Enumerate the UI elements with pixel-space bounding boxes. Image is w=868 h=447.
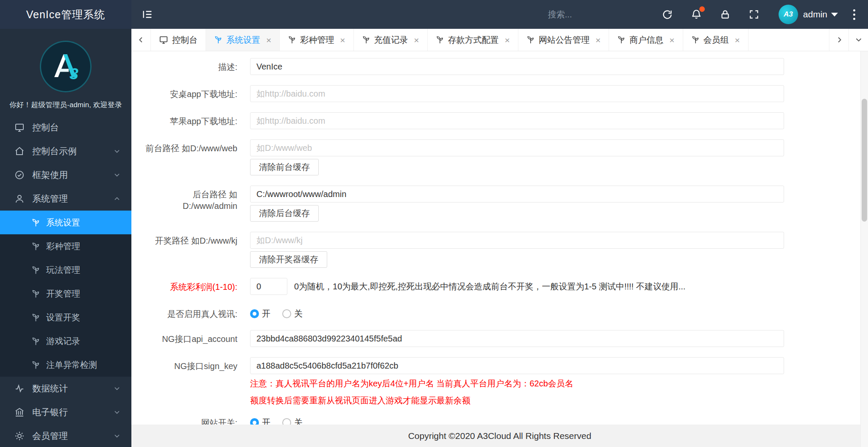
caret-down-icon[interactable] [831, 13, 838, 17]
chevron-down-icon [113, 171, 121, 179]
sidebar-item-system[interactable]: 系统管理 [0, 187, 131, 211]
form-row-front-path: 前台路径 如D:/www/web 清除前台缓存 [131, 139, 860, 175]
live-video-off-radio[interactable] [282, 309, 291, 318]
sprout-icon [31, 218, 40, 227]
field-label: NG接口sign_key [131, 357, 250, 409]
a3-logo: 3 [40, 41, 92, 92]
sprout-icon [526, 36, 535, 44]
clear-lottery-cache-button[interactable]: 清除开奖器缓存 [250, 251, 327, 268]
tab-system-settings[interactable]: 系统设置 × [206, 29, 280, 51]
sprout-icon [436, 36, 444, 44]
lock-icon[interactable] [718, 8, 732, 21]
form-row-admin-path: 后台路径 如 D:/www/admin 清除后台缓存 [131, 186, 860, 222]
form-row-android-url: 安桌app下载地址: [131, 85, 860, 102]
sidebar-item-label: 系统设置 [46, 217, 80, 228]
ok-circle-icon [14, 170, 25, 180]
tab-merchant-info[interactable]: 商户信息 × [609, 29, 683, 51]
clear-admin-cache-button[interactable]: 清除后台缓存 [250, 205, 319, 222]
sidebar-item-game-records[interactable]: 游戏记录 [0, 329, 131, 353]
bell-icon[interactable] [690, 8, 703, 21]
tab-console[interactable]: 控制台 [151, 29, 206, 51]
lottery-path-input[interactable] [250, 232, 784, 249]
clear-front-cache-button[interactable]: 清除前台缓存 [250, 159, 319, 175]
tab-recharge-records[interactable]: 充值记录 × [354, 29, 428, 51]
radio-label: 开 [262, 308, 270, 319]
sidebar-item-label: 注单异常检测 [46, 359, 97, 371]
sidebar-item-label: 会员管理 [32, 430, 68, 442]
tab-close-icon[interactable]: × [505, 36, 510, 44]
form-row-ios-url: 苹果app下载地址: [131, 112, 860, 129]
tab-close-icon[interactable]: × [595, 36, 601, 44]
ios-app-url-input[interactable] [250, 112, 784, 129]
avatar[interactable]: A3 [779, 5, 798, 24]
bank-icon [14, 407, 25, 417]
tabs-scroll-right-button[interactable] [829, 29, 849, 51]
username[interactable]: admin [803, 9, 827, 19]
tab-site-announcements[interactable]: 网站公告管理 × [518, 29, 609, 51]
sidebar-item-draw-manage[interactable]: 开奖管理 [0, 282, 131, 305]
description-input[interactable] [250, 58, 784, 75]
tab-close-icon[interactable]: × [266, 36, 271, 44]
form-row-profit: 系统彩利润(1-10): 0为随机，10为最大,即控死,控死出现必中情况会造成前… [131, 278, 860, 295]
android-app-url-input[interactable] [250, 85, 784, 102]
scrollbar-thumb[interactable] [862, 99, 867, 222]
sprout-icon [362, 36, 370, 44]
field-label: 系统彩利润(1-10): [131, 278, 250, 295]
tab-label: 系统设置 [226, 34, 260, 46]
collapse-sidebar-icon[interactable] [141, 8, 154, 21]
logo-wrap: 3 [0, 29, 131, 92]
field-label: 前台路径 如D:/www/web [131, 139, 250, 175]
field-label: 是否启用真人视讯: [131, 305, 250, 320]
live-video-on-radio[interactable] [250, 309, 259, 318]
svg-text:3: 3 [70, 65, 78, 83]
sprout-icon [617, 36, 626, 44]
sidebar-item-set-draw[interactable]: 设置开奖 [0, 305, 131, 329]
sidebar-item-bet-anomaly[interactable]: 注单异常检测 [0, 353, 131, 377]
sidebar-item-label: 游戏记录 [46, 336, 80, 347]
tab-close-icon[interactable]: × [340, 36, 345, 44]
sidebar-item-ebank[interactable]: 电子银行 [0, 400, 131, 424]
sidebar-item-play-manage[interactable]: 玩法管理 [0, 258, 131, 282]
tab-close-icon[interactable]: × [414, 36, 419, 44]
tab-label: 会员组 [704, 34, 729, 46]
search-input[interactable] [548, 10, 645, 19]
chevron-down-icon [113, 408, 121, 416]
ng-api-account-input[interactable] [250, 330, 784, 347]
ng-sign-key-input[interactable] [250, 357, 784, 374]
sidebar-item-label: 玩法管理 [46, 264, 80, 276]
tab-lottery-manage[interactable]: 彩种管理 × [280, 29, 353, 51]
sidebar-item-system-settings[interactable]: 系统设置 [0, 211, 131, 234]
sidebar-item-console[interactable]: 控制台 [0, 116, 131, 139]
tab-deposit-config[interactable]: 存款方式配置 × [428, 29, 518, 51]
sidebar-item-framework[interactable]: 框架使用 [0, 163, 131, 187]
refresh-icon[interactable] [661, 8, 674, 21]
tabs-scroll-left-button[interactable] [131, 29, 151, 51]
sidebar-item-members[interactable]: 会员管理 [0, 424, 131, 447]
sprout-icon [31, 361, 40, 369]
more-icon[interactable] [851, 8, 857, 22]
sidebar-item-console-demo[interactable]: 控制台示例 [0, 139, 131, 163]
a3-logo-icon: 3 [47, 48, 84, 85]
sprout-icon [691, 36, 700, 44]
scrollbar[interactable] [860, 51, 868, 447]
form-row-live-video: 是否启用真人视讯: 开 关 [131, 305, 860, 320]
sidebar-item-label: 开奖管理 [46, 288, 80, 300]
sidebar-item-stats[interactable]: 数据统计 [0, 377, 131, 400]
sidebar-item-label: 设置开奖 [46, 312, 80, 323]
front-path-input[interactable] [250, 139, 784, 156]
sidebar-item-lottery-manage[interactable]: 彩种管理 [0, 234, 131, 258]
top-header: A3 admin [131, 0, 868, 29]
tab-member-group[interactable]: 会员组 × [683, 29, 748, 51]
tab-bar: 控制台 系统设置 × 彩种管理 × 充值记录 × 存款方式配置 × 网站公告管理 [131, 29, 868, 51]
system-profit-input[interactable] [250, 278, 287, 295]
form-row-ng-key: NG接口sign_key 注意：真人视讯平台的用户名为key后4位+用户名 当前… [131, 357, 860, 409]
sprout-icon [214, 36, 223, 44]
sidebar-item-label: 控制台示例 [32, 145, 77, 157]
tab-close-icon[interactable]: × [735, 36, 740, 44]
fullscreen-icon[interactable] [747, 8, 761, 21]
greeting-text: 你好！超级管理员-admin, 欢迎登录 [4, 100, 127, 110]
admin-path-input[interactable] [250, 186, 784, 203]
warning-note: 注意：真人视讯平台的用户名为key后4位+用户名 当前真人平台用户名为：62cb… [250, 375, 784, 392]
tabs-menu-button[interactable] [849, 29, 868, 51]
tab-close-icon[interactable]: × [669, 36, 674, 44]
